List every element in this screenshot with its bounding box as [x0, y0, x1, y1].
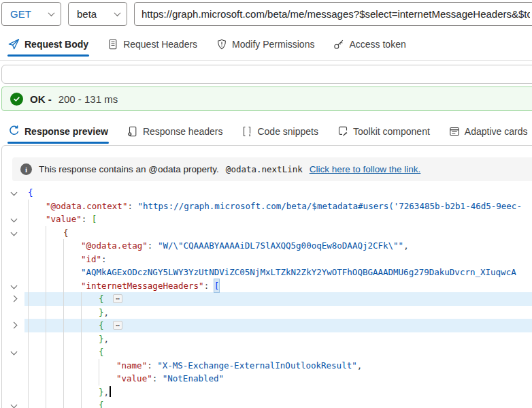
line-content: "name": "X-MS-Exchange-ExternalInOutlook… — [28, 359, 362, 373]
indent-guide — [46, 253, 63, 266]
tab-label: Adaptive cards — [465, 126, 528, 137]
indent-guide — [28, 306, 46, 319]
banner-text: This response contains an @odata propert… — [39, 164, 219, 174]
expand-chevron-icon[interactable] — [11, 296, 18, 302]
response-status-bar: OK - 200 - 131 ms — [1, 87, 532, 111]
json-line: "value": [ — [2, 213, 532, 226]
json-token-p: , — [104, 332, 110, 346]
json-token-p: : — [101, 253, 107, 266]
json-token-p: : — [204, 279, 214, 293]
indent-guide — [28, 239, 46, 253]
line-highlight — [24, 213, 532, 226]
folded-ellipsis[interactable]: ⋯ — [113, 321, 122, 330]
chevron-down-icon — [114, 10, 121, 16]
indent-guide — [46, 266, 63, 279]
indent-guide — [28, 345, 46, 359]
send-icon — [8, 38, 20, 50]
fold-gutter — [2, 253, 28, 266]
http-method-value: GET — [10, 8, 31, 20]
line-content: { — [28, 186, 33, 200]
indent-guide — [46, 292, 63, 306]
indent-guide — [63, 266, 81, 279]
line-content: { — [28, 398, 104, 408]
line-content: "AQMkAGExODczNGY5LWY3YzUtNDViZC05NjMxLTZ… — [28, 266, 516, 279]
tab-label: Request Body — [24, 39, 88, 50]
tab-modify-permissions[interactable]: Modify Permissions — [210, 34, 321, 57]
folded-ellipsis[interactable]: ⋯ — [113, 294, 122, 303]
request-body-editor[interactable] — [1, 65, 532, 84]
fold-gutter — [2, 345, 28, 359]
indent-guide — [63, 359, 81, 373]
json-response-editor[interactable]: {"@odata.context": "https://graph.micros… — [2, 186, 532, 408]
expand-chevron-icon[interactable] — [11, 322, 18, 329]
tab-response-headers[interactable]: Response headers — [120, 121, 230, 144]
indent-guide — [28, 398, 46, 408]
json-token-b2: { — [99, 319, 109, 332]
line-content: { — [28, 345, 104, 359]
section-divider — [0, 60, 532, 61]
tab-access-token[interactable]: Access token — [327, 34, 412, 57]
indent-guide — [63, 253, 81, 266]
json-token-s: "X-MS-Exchange-ExternalInOutlookResult" — [157, 359, 357, 373]
banner-odata-nextlink: @odata.nextLink — [226, 164, 303, 174]
response-preview-panel: i This response contains an @odata prope… — [1, 145, 532, 408]
shield-icon — [216, 39, 227, 50]
json-token-b2: { — [99, 345, 104, 359]
tab-request-body[interactable]: Request Body — [1, 34, 95, 57]
graph-explorer-screen: GET beta Request Body Request Headers — [0, 0, 532, 408]
json-token-b2: [ — [92, 213, 97, 226]
indent-guide — [28, 200, 46, 213]
json-line: { — [2, 398, 532, 408]
collapse-chevron-icon[interactable] — [11, 189, 18, 196]
tab-label: Code snippets — [257, 126, 318, 137]
tab-request-headers[interactable]: Request Headers — [101, 34, 204, 57]
request-bar: GET beta — [0, 0, 532, 30]
tab-toolkit-component[interactable]: Toolkit component — [331, 121, 437, 144]
json-token-b1: { — [28, 186, 33, 200]
indent-guide — [63, 239, 81, 253]
fold-gutter — [2, 186, 28, 200]
line-content: }, — [28, 306, 109, 319]
indent-guide — [81, 398, 99, 408]
indent-guide — [28, 279, 46, 293]
indent-guide — [46, 398, 63, 408]
line-content: }, — [28, 386, 111, 399]
json-line: "@odata.etag": "W/\"CQAAABYAAAAiDL7SlAXQ… — [2, 239, 532, 253]
indent-guide — [46, 279, 63, 293]
follow-link[interactable]: Click here to follow the link. — [310, 164, 421, 174]
indent-guide — [46, 319, 63, 332]
json-token-b3: { — [63, 226, 69, 240]
json-token-b1: [ — [214, 279, 220, 293]
tab-code-snippets[interactable]: Code snippets — [235, 121, 325, 144]
line-highlight — [24, 226, 532, 240]
json-token-p: , — [357, 359, 363, 373]
indent-guide — [28, 372, 46, 386]
fold-gutter — [2, 292, 28, 306]
headers-document-icon — [127, 126, 138, 137]
indent-guide — [99, 359, 116, 373]
collapse-chevron-icon[interactable] — [11, 349, 18, 356]
json-token-b2: } — [99, 306, 104, 319]
json-line: { — [2, 226, 532, 240]
code-brackets-icon — [242, 126, 252, 137]
tab-adaptive-cards[interactable]: Adaptive cards — [442, 121, 532, 144]
json-line: { — [2, 345, 532, 359]
response-tabs: Response preview Response headers Code s… — [1, 121, 532, 144]
collapse-chevron-icon[interactable] — [11, 282, 18, 289]
text-cursor — [110, 386, 111, 397]
http-method-dropdown[interactable]: GET — [1, 2, 61, 26]
tab-response-preview[interactable]: Response preview — [1, 121, 115, 144]
collapse-chevron-icon[interactable] — [11, 229, 18, 236]
line-content: "value": [ — [28, 213, 97, 226]
json-token-k: "name" — [116, 359, 147, 373]
request-url-input[interactable] — [135, 3, 532, 25]
request-tabs: Request Body Request Headers Modify Perm… — [1, 34, 413, 57]
collapse-chevron-icon[interactable] — [11, 402, 18, 408]
indent-guide — [63, 292, 81, 306]
collapse-chevron-icon[interactable] — [11, 216, 18, 223]
api-version-dropdown[interactable]: beta — [68, 2, 127, 26]
json-token-k: "@odata.context" — [46, 200, 127, 213]
line-content: { ⋯ — [28, 292, 122, 306]
indent-guide — [28, 292, 46, 306]
tab-label: Toolkit component — [353, 126, 430, 137]
